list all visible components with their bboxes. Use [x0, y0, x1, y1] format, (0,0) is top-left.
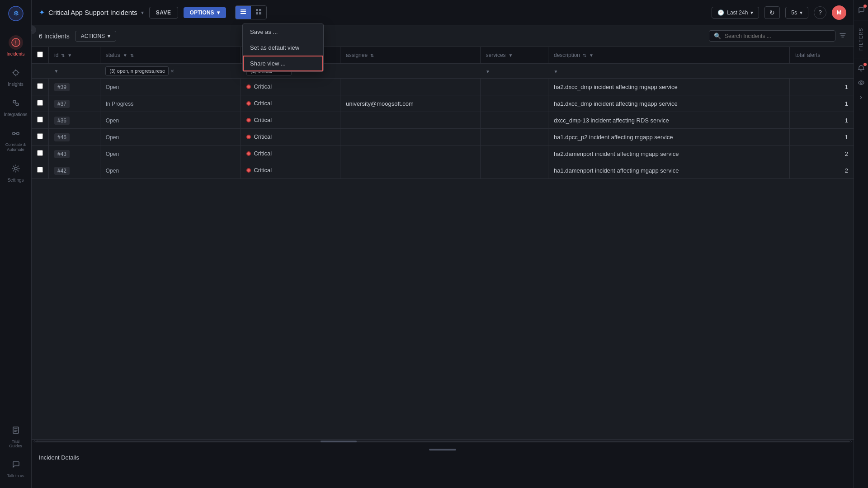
svg-rect-14 — [259, 9, 261, 11]
sidebar-item-integrations-label: Integrations — [4, 112, 27, 117]
services-filter-icon[interactable]: ▼ — [509, 53, 513, 58]
title-icon: ✦ — [39, 8, 45, 17]
time-range-button[interactable]: 🕐 Last 24h ▾ — [712, 7, 759, 19]
row-assignee-cell — [340, 79, 480, 95]
panel-drag-handle[interactable] — [429, 449, 456, 450]
sidebar-item-settings-label: Settings — [7, 178, 24, 183]
refresh-interval-button[interactable]: 5s ▾ — [785, 7, 808, 19]
table-row[interactable]: #36 Open Critical dxcc_dmp-13 incident a… — [32, 112, 854, 129]
scroll-right-nav[interactable]: › — [850, 439, 852, 444]
row-assignee-cell: university@moogsoft.com — [340, 95, 480, 112]
sidebar-item-incidents[interactable]: Incidents — [0, 31, 31, 61]
critical-indicator — [246, 168, 251, 173]
set-default-menu-item[interactable]: Set as default view — [243, 40, 323, 56]
svg-point-5 — [16, 103, 19, 106]
table-row[interactable]: #39 Open Critical ha2.dxcc_dmp incident … — [32, 79, 854, 95]
row-total-alerts-cell: 2 — [790, 145, 854, 162]
incident-details-panel: Incident Details — [32, 443, 854, 488]
user-avatar[interactable]: M — [832, 5, 846, 20]
sidebar-item-insights[interactable]: Insights — [0, 61, 31, 91]
right-panel-chat[interactable] — [855, 4, 868, 16]
alert-badge — [863, 63, 867, 66]
horizontal-scrollbar[interactable]: ‹ ‹ › — [32, 439, 854, 443]
grid-view-button[interactable] — [251, 6, 266, 19]
table-row[interactable]: #46 Open Critical ha1.dpcc_p2 incident a… — [32, 129, 854, 145]
title-chevron-icon: ▾ — [141, 9, 144, 16]
row-assignee-cell — [340, 112, 480, 129]
filter-button[interactable] — [839, 32, 846, 40]
row-id-cell: #37 — [49, 95, 100, 112]
incidents-table-container: id ⇅ ▼ status ▼ ⇅ se — [32, 47, 854, 439]
status-filter-input[interactable] — [105, 66, 169, 75]
status-filter-icon[interactable]: ▼ — [123, 53, 127, 58]
table-row[interactable]: #37 In Progress Critical university@moog… — [32, 95, 854, 112]
description-filter-icon[interactable]: ▼ — [589, 53, 594, 58]
filter-id-cell: ▼ — [49, 64, 100, 79]
id-sort-icon[interactable]: ⇅ — [61, 53, 65, 58]
status-sort-icon[interactable]: ⇅ — [130, 53, 134, 58]
help-button[interactable]: ? — [814, 6, 826, 19]
row-services-cell — [480, 145, 548, 162]
sidebar-item-integrations[interactable]: Integrations — [0, 91, 31, 122]
trial-guides-icon — [9, 423, 23, 437]
row-checkbox-cell — [32, 79, 49, 95]
id-filter-icon[interactable]: ▼ — [67, 53, 72, 58]
save-button[interactable]: SAVE — [149, 7, 178, 19]
svg-rect-13 — [256, 9, 258, 11]
description-filter-toggle[interactable]: ▼ — [553, 69, 558, 74]
scroll-thumb[interactable] — [321, 441, 357, 442]
description-sort-icon[interactable]: ⇅ — [583, 53, 586, 58]
scroll-track — [35, 441, 850, 442]
options-chevron-icon: ▾ — [217, 9, 220, 16]
sidebar-item-trial-guides[interactable]: TrialGuides — [0, 418, 31, 453]
right-panel-collapse[interactable]: › — [855, 91, 868, 103]
row-checkbox[interactable] — [37, 83, 43, 89]
topbar: ✦ Critical App Support Incidents ▾ SAVE … — [32, 0, 854, 25]
row-id-badge: #46 — [54, 133, 70, 141]
list-view-button[interactable] — [236, 6, 251, 19]
row-checkbox[interactable] — [37, 167, 43, 173]
services-filter-toggle[interactable]: ▼ — [486, 69, 490, 74]
row-assignee-cell — [340, 129, 480, 145]
sidebar-item-talk-to-us[interactable]: Talk to us — [0, 453, 31, 483]
row-checkbox[interactable] — [37, 133, 43, 139]
app-logo[interactable]: ❄ — [8, 5, 24, 22]
search-box[interactable]: 🔍 — [709, 30, 835, 42]
row-status-cell: Open — [100, 79, 241, 95]
assignee-sort-icon[interactable]: ⇅ — [370, 53, 374, 58]
row-id-cell: #43 — [49, 145, 100, 162]
sidebar-item-settings[interactable]: Settings — [0, 157, 31, 187]
status-filter-clear-icon[interactable]: ✕ — [170, 69, 174, 74]
svg-point-3 — [14, 70, 18, 75]
trial-guides-label: TrialGuides — [9, 439, 22, 448]
options-dropdown-container: OPTIONS ▾ Save as ... Set as default vie… — [184, 7, 226, 18]
row-checkbox[interactable] — [37, 117, 43, 122]
settings-icon — [9, 161, 23, 176]
filter-assignee-cell — [340, 64, 480, 79]
search-input[interactable] — [725, 33, 830, 39]
id-filter-icon2[interactable]: ▼ — [54, 69, 59, 74]
options-button[interactable]: OPTIONS ▾ — [184, 7, 226, 18]
right-panel-alert[interactable] — [855, 62, 868, 75]
save-as-menu-item[interactable]: Save as ... — [243, 24, 323, 40]
sidebar-item-correlate[interactable]: Correlate &Automate — [0, 122, 31, 157]
row-checkbox[interactable] — [37, 100, 43, 106]
share-view-menu-item[interactable]: Share view ... — [243, 56, 323, 71]
table-row[interactable]: #42 Open Critical ha1.damenport incident… — [32, 162, 854, 179]
row-description-cell: ha2.dxcc_dmp incident affecting mgapp se… — [548, 79, 789, 95]
filters-label[interactable]: FILTERS — [859, 24, 863, 54]
row-checkbox[interactable] — [37, 150, 43, 156]
row-services-cell — [480, 112, 548, 129]
svg-rect-16 — [259, 12, 261, 14]
refresh-button[interactable]: ↻ — [764, 6, 780, 19]
subheader: 6 Incidents ACTIONS ▾ 🔍 — [32, 25, 854, 47]
row-id-cell: #39 — [49, 79, 100, 95]
table-row[interactable]: #43 Open Critical ha2.damenport incident… — [32, 145, 854, 162]
row-description-cell: ha1.dpcc_p2 incident affecting mgapp ser… — [548, 129, 789, 145]
right-panel-eye[interactable] — [855, 76, 868, 89]
actions-button[interactable]: ACTIONS ▾ — [75, 31, 116, 42]
select-all-checkbox[interactable] — [37, 52, 43, 57]
row-id-badge: #39 — [54, 83, 70, 91]
row-description-cell: ha1.damenport incident affecting mgapp s… — [548, 162, 789, 179]
filter-status-cell: ✕ — [100, 64, 241, 79]
